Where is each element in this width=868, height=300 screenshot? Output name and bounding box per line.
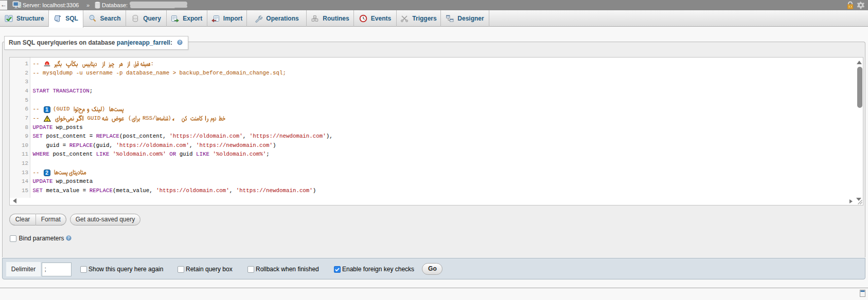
svg-text:?: ? xyxy=(179,40,181,45)
svg-text:?: ? xyxy=(68,236,70,240)
